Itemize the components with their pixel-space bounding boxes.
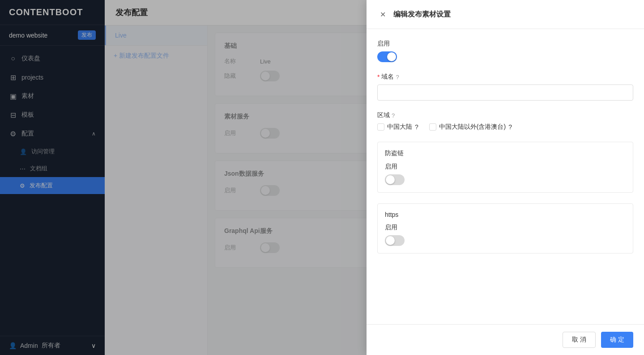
field-domain: * 域名 ? — [377, 73, 633, 101]
mainland-label: 中国大陆 — [387, 123, 412, 131]
https-enable-label: 启用 — [385, 224, 626, 232]
hotlink-enable-toggle[interactable] — [385, 174, 405, 185]
domain-label: * 域名 ? — [377, 73, 633, 81]
region-label-text: 区域 — [377, 111, 390, 119]
field-hotlink-enable: 启用 — [385, 163, 626, 185]
drawer-title: 编辑发布素材设置 — [393, 10, 451, 19]
drawer: ✕ 编辑发布素材设置 启用 * 域名 ? 区域 ? — [367, 0, 644, 355]
enable-toggle[interactable] — [377, 51, 397, 62]
hotlink-enable-label: 启用 — [385, 163, 626, 171]
domain-help-icon[interactable]: ? — [396, 74, 399, 80]
region-checkbox-group: 中国大陆 ? 中国大陆以外(含港澳台) ? — [377, 123, 633, 131]
https-section: https 启用 — [377, 203, 633, 254]
field-https-enable: 启用 — [385, 224, 626, 246]
domain-label-text: 域名 — [381, 73, 394, 81]
confirm-button[interactable]: 确 定 — [601, 332, 633, 348]
hotlink-section-title: 防盗链 — [385, 149, 626, 157]
mainland-checkbox-box[interactable] — [377, 123, 384, 131]
region-help-icon[interactable]: ? — [392, 112, 395, 119]
cancel-button[interactable]: 取 消 — [563, 332, 596, 348]
checkbox-mainland[interactable]: 中国大陆 ? — [377, 123, 418, 131]
checkbox-overseas[interactable]: 中国大陆以外(含港澳台) ? — [429, 123, 512, 131]
overseas-label: 中国大陆以外(含港澳台) — [439, 123, 506, 131]
close-icon[interactable]: ✕ — [377, 9, 388, 20]
field-enable: 启用 — [377, 40, 633, 62]
drawer-footer: 取 消 确 定 — [367, 324, 644, 355]
drawer-header: ✕ 编辑发布素材设置 — [367, 0, 644, 29]
hotlink-section: 防盗链 启用 — [377, 142, 633, 193]
https-enable-toggle[interactable] — [385, 235, 405, 246]
overseas-checkbox-box[interactable] — [429, 123, 436, 131]
domain-input[interactable] — [377, 85, 633, 101]
https-section-title: https — [385, 211, 626, 218]
field-region: 区域 ? 中国大陆 ? 中国大陆以外(含港澳台) ? — [377, 111, 633, 131]
drawer-body: 启用 * 域名 ? 区域 ? 中国大陆 ? — [367, 29, 644, 324]
required-mark: * — [377, 73, 380, 80]
overseas-help-icon[interactable]: ? — [508, 123, 512, 131]
mainland-help-icon[interactable]: ? — [415, 123, 418, 131]
enable-label: 启用 — [377, 40, 633, 48]
region-label: 区域 ? — [377, 111, 633, 119]
